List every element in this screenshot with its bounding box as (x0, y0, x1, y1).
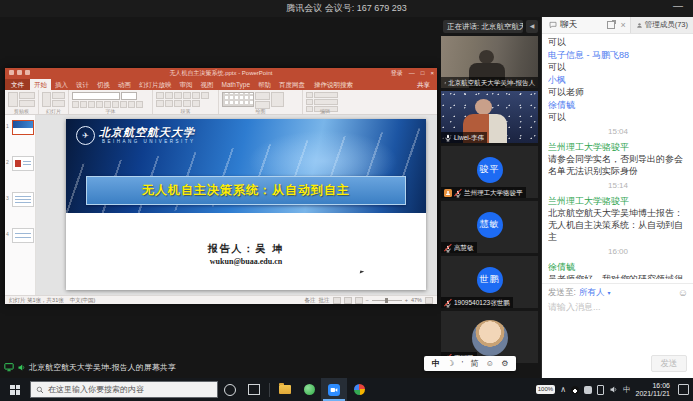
send-button[interactable]: 发送 (651, 355, 687, 372)
view-sorter-icon[interactable] (344, 297, 352, 304)
ppt-restore-button[interactable]: □ (421, 69, 425, 77)
slide-thumbnail-3[interactable] (12, 192, 34, 207)
screen-share-status: 北京航空航天大学吴坤-报告人的屏幕共享 (4, 361, 176, 373)
tray-icon[interactable] (584, 386, 592, 394)
monitor-icon (4, 362, 14, 372)
tab-chat[interactable]: 聊天 (542, 19, 577, 31)
ime-settings-icon[interactable]: ⚙ (501, 359, 508, 368)
view-slideshow-icon[interactable] (355, 297, 363, 304)
ppt-tab-mathtype[interactable]: MathType (218, 79, 255, 90)
ppt-tell-me-search[interactable]: 操作说明搜索 (309, 81, 358, 90)
ppt-tab-insert[interactable]: 插入 (51, 79, 72, 90)
ppt-tab-baidu-netdisk[interactable]: 百度网盘 (275, 79, 309, 90)
ppt-signin-button[interactable]: 登录 (391, 69, 403, 77)
taskbar-clock[interactable]: 16:06 2021/11/21 (635, 382, 670, 398)
file-explorer-icon[interactable] (273, 378, 297, 401)
chat-input[interactable]: 请输入消息... (548, 301, 688, 314)
ppt-close-button[interactable]: × (430, 69, 434, 77)
popout-panel-icon[interactable] (607, 21, 615, 29)
tencent-meeting-taskbar-icon[interactable] (321, 378, 347, 401)
chat-timestamp: 15:14 (548, 180, 688, 192)
ime-toolbar[interactable]: 中 ☽ ’ 简 ☺ ⚙ (424, 356, 516, 371)
view-normal-icon[interactable] (333, 297, 341, 304)
slide-email: wukun@buaa.edu.cn (66, 257, 426, 266)
ime-lang-key[interactable]: 中 (432, 358, 440, 369)
system-tray: 100% ∧ 中 16:06 2021/11/21 (536, 382, 693, 398)
ppt-tab-transitions[interactable]: 切换 (93, 79, 114, 90)
video-tile-luojunping[interactable]: 骏平 兰州理工大学骆骏平 (441, 146, 538, 198)
video-tile-zhangshipeng[interactable]: 世鹏 1909540123张世鹏 (441, 256, 538, 308)
shapes-gallery[interactable] (222, 92, 254, 107)
chat-sender: 小枫 (548, 74, 688, 86)
chat-message: 吴老师您好，我对您的研究领域很感兴趣，想问一下无人机控制主要依赖通信技术，在战场… (548, 273, 688, 279)
battery-indicator[interactable]: 100% (536, 385, 555, 394)
ppt-tab-review[interactable]: 审阅 (176, 79, 197, 90)
ppt-share-button[interactable]: 共享 (410, 81, 437, 90)
ime-language-indicator[interactable]: 中 (623, 385, 631, 395)
fit-slide-icon[interactable] (425, 297, 433, 304)
zoom-in-button[interactable]: + (405, 297, 408, 303)
volume-tray-icon[interactable] (609, 385, 618, 394)
video-tile-presenter[interactable]: 北京航空航天大学吴坤-报告人 (441, 36, 538, 88)
send-to-label: 发送至: (548, 287, 576, 299)
slide-counter: 幻灯片 第1张，共31张 (9, 297, 64, 304)
hidden-icons-chevron[interactable]: ∧ (560, 385, 566, 394)
ppt-tab-home[interactable]: 开始 (30, 79, 51, 90)
phone-tray-icon[interactable] (597, 385, 604, 395)
ppt-tab-file[interactable]: 文件 (5, 79, 30, 90)
chat-header: 聊天 × 管理成员(73) (542, 17, 693, 34)
mouse-cursor (360, 271, 365, 275)
muted-mic-icon (444, 299, 452, 307)
ppt-tab-view[interactable]: 视图 (197, 79, 218, 90)
close-panel-icon[interactable]: × (620, 20, 625, 30)
zoom-out-button[interactable]: − (366, 297, 369, 303)
video-tile-gaohuimin[interactable]: 慧敏 1909540123张世鹏高慧敏 (441, 201, 538, 253)
ppt-tab-slideshow[interactable]: 幻灯片放映 (135, 79, 176, 90)
ribbon-group-paragraph: 段落 (153, 90, 219, 114)
qq-tray-icon[interactable] (571, 386, 579, 394)
slide-thumbnail-1[interactable] (12, 120, 34, 135)
ribbon-group-slides: 幻灯片 (39, 90, 69, 114)
font-size-box[interactable] (121, 92, 137, 100)
ppt-tab-help[interactable]: 帮助 (254, 79, 275, 90)
browser-360-icon[interactable] (297, 378, 321, 401)
cortana-button[interactable] (218, 378, 242, 401)
font-name-box[interactable] (72, 92, 120, 100)
ime-punct-icon[interactable]: ’ (461, 359, 463, 368)
tab-manage-members[interactable]: 管理成员(73) (630, 17, 693, 33)
task-view-button[interactable] (242, 378, 266, 401)
ime-simplified-icon[interactable]: 简 (470, 358, 478, 369)
muted-mic-icon (444, 244, 452, 252)
ppt-tab-design[interactable]: 设计 (72, 79, 93, 90)
start-button[interactable] (0, 385, 30, 395)
chat-message-list[interactable]: 可以 电子信息 - 马鹏飞88 可以 小枫 可以老师 徐倩毓 可以 15:04 … (548, 36, 688, 279)
comments-button[interactable]: 批注 (319, 297, 330, 304)
zoom-slider[interactable] (372, 300, 402, 301)
ppt-window-title: 无人机自主决策系统.pptx - PowerPoint (5, 69, 437, 78)
taskbar-search-input[interactable]: 在这里输入你要搜索的内容 (30, 381, 218, 398)
emoji-icon[interactable]: ☺ (678, 288, 688, 298)
meeting-title: 腾讯会议 会议号: 167 679 293 (286, 2, 407, 15)
send-to-select[interactable]: 所有人 (579, 287, 605, 299)
minimize-button[interactable]: — (673, 0, 683, 11)
zoom-percent[interactable]: 47% (411, 297, 422, 303)
chevron-down-icon[interactable]: ▾ (607, 289, 610, 296)
video-tile-liwei[interactable]: Liwei-李伟 (441, 91, 538, 143)
notification-center-icon[interactable] (678, 384, 689, 395)
slide-thumbnail-2[interactable] (12, 156, 34, 171)
collapse-video-strip-button[interactable]: ◀ (526, 20, 538, 33)
slide-thumbnail-4[interactable] (12, 228, 34, 243)
current-slide[interactable]: ✈ 北京航空航天大学 BEIHANG UNIVERSITY 无人机自主决策系统：… (66, 119, 426, 290)
share-status-text: 北京航空航天大学吴坤-报告人的屏幕共享 (29, 362, 176, 373)
ime-moon-icon[interactable]: ☽ (447, 359, 454, 368)
ime-emoji-icon[interactable]: ☺ (486, 359, 494, 368)
ppt-ribbon: 剪贴板 幻灯片 字体 段落 (5, 90, 437, 115)
speaker-icon (17, 363, 26, 372)
pinned-app-icon[interactable] (347, 378, 371, 401)
chat-sender: 兰州理工大学骆骏平 (548, 195, 688, 207)
ppt-minimize-button[interactable]: — (409, 69, 415, 77)
chat-message: 北京航空航天大学吴坤博士报告：无人机自主决策系统：从自动到自主 (548, 207, 688, 243)
notes-button[interactable]: 备注 (305, 297, 316, 304)
host-icon (444, 189, 452, 197)
ppt-tab-animations[interactable]: 动画 (114, 79, 135, 90)
